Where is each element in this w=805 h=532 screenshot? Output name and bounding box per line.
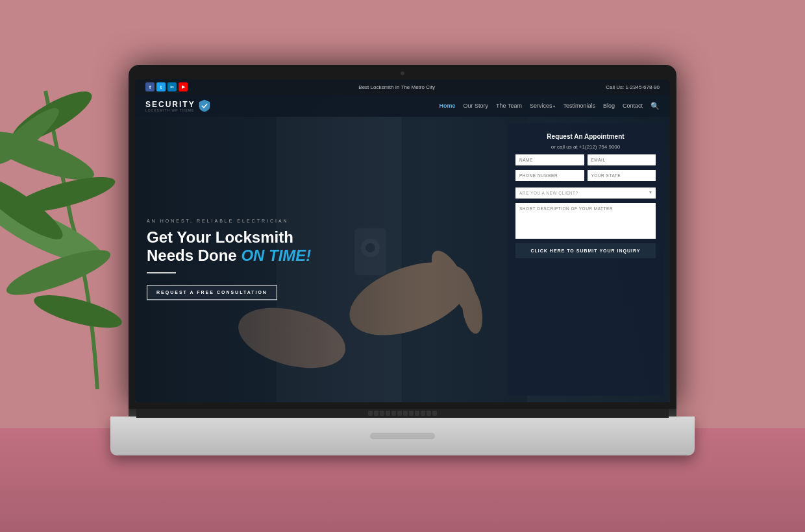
hero-title: Get Your Locksmith Needs Done ON TIME! [147,228,311,264]
nav-services[interactable]: Services ▾ [530,103,556,109]
name-input[interactable] [515,154,584,165]
svg-point-5 [31,288,125,334]
nav-testimonials[interactable]: Testimonials [563,103,595,109]
social-icons: f t in ▶ [145,82,188,91]
twitter-icon[interactable]: t [156,82,166,91]
services-dropdown-arrow: ▾ [553,104,555,108]
nav-blog[interactable]: Blog [603,103,615,109]
description-textarea[interactable] [515,203,656,239]
hero-title-highlight: ON TIME! [241,247,311,264]
client-select[interactable]: ARE YOU A NEW CLIENT? YES NO [515,187,656,199]
svg-point-4 [2,241,114,304]
svg-point-6 [0,101,65,171]
nav-links: Home Our Story The Team Services ▾ Testi… [440,102,660,110]
svg-point-1 [0,123,99,189]
email-input[interactable] [588,154,656,165]
logo-name: SECURITY [145,100,195,109]
linkedin-icon[interactable]: in [167,82,177,91]
svg-point-7 [0,167,69,248]
phone-input[interactable] [515,170,584,181]
laptop-screen-bezel: f t in ▶ Best Locksmith In The Metro Cit… [129,65,676,409]
hero-divider [147,272,176,274]
state-input[interactable] [588,170,656,181]
hero-tagline: AN HONEST, RELIABLE ELECTRICIAN [147,219,311,223]
hero-section: AN HONEST, RELIABLE ELECTRICIAN Get Your… [135,117,670,402]
hero-cta-button[interactable]: REQUEST A FREE CONSULTATION [147,285,277,300]
form-row-name-email [515,154,656,165]
site-tagline: Best Locksmith In The Metro City [358,84,435,90]
phone-number: Call Us: 1-2345-678-90 [606,84,660,90]
form-select-wrapper: ARE YOU A NEW CLIENT? YES NO ▾ [515,186,656,199]
nav-home[interactable]: Home [440,103,456,109]
nav-our-story[interactable]: Our Story [464,103,489,109]
search-icon[interactable]: 🔍 [650,102,660,110]
hero-title-line1: Get Your Locksmith [147,228,311,247]
laptop-keyboard-area [136,409,669,418]
logo-text-block: SECURITY LOCKSMITH WP THEME [145,100,195,112]
laptop-screen: f t in ▶ Best Locksmith In The Metro Cit… [135,79,670,402]
hero-title-needs: Needs Done [147,247,241,264]
navbar: SECURITY LOCKSMITH WP THEME Home Our [135,95,670,117]
form-title: Request An Appointment [515,132,656,141]
top-bar: f t in ▶ Best Locksmith In The Metro Cit… [135,79,670,95]
nav-the-team[interactable]: The Team [496,103,522,109]
youtube-icon[interactable]: ▶ [179,82,188,91]
laptop-base [110,417,695,455]
appointment-form: Request An Appointment or call us at +1(… [508,123,663,396]
form-subtitle: or call us at +1(212) 754 9000 [515,144,656,150]
hero-title-line2: Needs Done ON TIME! [147,247,311,265]
svg-point-2 [12,170,118,219]
website: f t in ▶ Best Locksmith In The Metro Cit… [135,79,670,402]
svg-point-0 [6,83,97,151]
form-row-phone-state [515,170,656,181]
logo: SECURITY LOCKSMITH WP THEME [145,99,210,112]
submit-button[interactable]: CLICK HERE TO SUBMIT YOUR INQUIRY [515,243,656,258]
shield-icon [199,99,210,112]
nav-contact[interactable]: Contact [623,103,643,109]
svg-point-3 [0,191,111,276]
trackpad[interactable] [370,433,435,439]
facebook-icon[interactable]: f [145,82,155,91]
logo-subtitle: LOCKSMITH WP THEME [145,108,195,112]
hero-content: AN HONEST, RELIABLE ELECTRICIAN Get Your… [147,219,311,300]
